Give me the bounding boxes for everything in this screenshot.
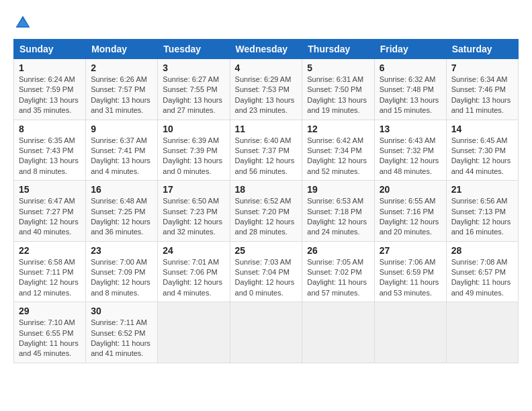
- week-row-1: 1 Sunrise: 6:24 AMSunset: 7:59 PMDayligh…: [14, 59, 519, 120]
- day-number: 4: [235, 62, 298, 73]
- day-cell: 19 Sunrise: 6:53 AMSunset: 7:18 PMDaylig…: [302, 181, 374, 242]
- day-number: 16: [91, 184, 152, 195]
- week-row-5: 29 Sunrise: 7:10 AMSunset: 6:55 PMDaylig…: [14, 302, 519, 363]
- day-cell: 4 Sunrise: 6:29 AMSunset: 7:53 PMDayligh…: [230, 59, 302, 120]
- week-row-4: 22 Sunrise: 6:58 AMSunset: 7:11 PMDaylig…: [14, 241, 519, 302]
- day-detail: Sunrise: 6:24 AMSunset: 7:59 PMDaylight:…: [19, 75, 81, 116]
- day-cell: 14 Sunrise: 6:45 AMSunset: 7:30 PMDaylig…: [446, 120, 518, 181]
- day-cell: 22 Sunrise: 6:58 AMSunset: 7:11 PMDaylig…: [14, 241, 86, 302]
- day-number: 27: [380, 245, 441, 256]
- day-detail: Sunrise: 6:35 AMSunset: 7:43 PMDaylight:…: [19, 136, 81, 177]
- day-detail: Sunrise: 6:42 AMSunset: 7:34 PMDaylight:…: [307, 136, 369, 177]
- day-detail: Sunrise: 7:00 AMSunset: 7:09 PMDaylight:…: [91, 257, 152, 299]
- day-cell: 5 Sunrise: 6:31 AMSunset: 7:50 PMDayligh…: [302, 59, 374, 120]
- day-number: 7: [451, 62, 513, 73]
- column-header-wednesday: Wednesday: [230, 40, 302, 59]
- day-detail: Sunrise: 7:08 AMSunset: 6:57 PMDaylight:…: [451, 257, 513, 299]
- day-detail: Sunrise: 6:52 AMSunset: 7:20 PMDaylight:…: [235, 196, 298, 238]
- day-detail: Sunrise: 6:32 AMSunset: 7:48 PMDaylight:…: [380, 75, 441, 116]
- day-detail: Sunrise: 6:37 AMSunset: 7:41 PMDaylight:…: [91, 136, 152, 177]
- day-detail: Sunrise: 6:26 AMSunset: 7:57 PMDaylight:…: [91, 75, 152, 116]
- day-detail: Sunrise: 7:01 AMSunset: 7:06 PMDaylight:…: [163, 257, 224, 299]
- day-number: 1: [19, 62, 81, 73]
- day-detail: Sunrise: 6:29 AMSunset: 7:53 PMDaylight:…: [235, 75, 298, 116]
- page-header: [13, 13, 519, 32]
- day-cell: 12 Sunrise: 6:42 AMSunset: 7:34 PMDaylig…: [302, 120, 374, 181]
- logo: [13, 13, 35, 32]
- day-number: 25: [235, 245, 298, 256]
- day-number: 18: [235, 184, 298, 195]
- day-number: 9: [91, 124, 152, 134]
- day-cell: 9 Sunrise: 6:37 AMSunset: 7:41 PMDayligh…: [86, 120, 158, 181]
- day-cell: [374, 302, 446, 363]
- column-header-monday: Monday: [86, 40, 158, 59]
- day-number: 2: [91, 62, 152, 73]
- day-cell: [158, 302, 230, 363]
- week-row-2: 8 Sunrise: 6:35 AMSunset: 7:43 PMDayligh…: [14, 120, 519, 181]
- day-detail: Sunrise: 6:27 AMSunset: 7:55 PMDaylight:…: [163, 75, 224, 116]
- day-number: 17: [163, 184, 224, 195]
- day-detail: Sunrise: 7:03 AMSunset: 7:04 PMDaylight:…: [235, 257, 298, 299]
- day-detail: Sunrise: 6:50 AMSunset: 7:23 PMDaylight:…: [163, 196, 224, 238]
- day-number: 11: [235, 124, 298, 134]
- day-number: 6: [380, 62, 441, 73]
- day-number: 28: [451, 245, 513, 256]
- day-cell: 23 Sunrise: 7:00 AMSunset: 7:09 PMDaylig…: [86, 241, 158, 302]
- day-number: 26: [307, 245, 369, 256]
- day-cell: 11 Sunrise: 6:40 AMSunset: 7:37 PMDaylig…: [230, 120, 302, 181]
- day-cell: 27 Sunrise: 7:06 AMSunset: 6:59 PMDaylig…: [374, 241, 446, 302]
- day-detail: Sunrise: 7:05 AMSunset: 7:02 PMDaylight:…: [307, 257, 369, 299]
- day-number: 8: [19, 124, 81, 134]
- day-detail: Sunrise: 6:34 AMSunset: 7:46 PMDaylight:…: [451, 75, 513, 116]
- day-number: 12: [307, 124, 369, 134]
- column-header-sunday: Sunday: [14, 40, 86, 59]
- day-detail: Sunrise: 6:56 AMSunset: 7:13 PMDaylight:…: [451, 196, 513, 238]
- day-detail: Sunrise: 6:45 AMSunset: 7:30 PMDaylight:…: [451, 136, 513, 177]
- day-detail: Sunrise: 7:11 AMSunset: 6:52 PMDaylight:…: [91, 318, 152, 359]
- day-cell: 1 Sunrise: 6:24 AMSunset: 7:59 PMDayligh…: [14, 59, 86, 120]
- day-cell: 13 Sunrise: 6:43 AMSunset: 7:32 PMDaylig…: [374, 120, 446, 181]
- column-header-tuesday: Tuesday: [158, 40, 230, 59]
- day-number: 20: [380, 184, 441, 195]
- day-cell: 30 Sunrise: 7:11 AMSunset: 6:52 PMDaylig…: [86, 302, 158, 363]
- day-cell: 17 Sunrise: 6:50 AMSunset: 7:23 PMDaylig…: [158, 181, 230, 242]
- day-number: 15: [19, 184, 81, 195]
- day-detail: Sunrise: 6:43 AMSunset: 7:32 PMDaylight:…: [380, 136, 441, 177]
- day-number: 21: [451, 184, 513, 195]
- day-cell: 8 Sunrise: 6:35 AMSunset: 7:43 PMDayligh…: [14, 120, 86, 181]
- column-header-saturday: Saturday: [446, 40, 518, 59]
- day-cell: 3 Sunrise: 6:27 AMSunset: 7:55 PMDayligh…: [158, 59, 230, 120]
- day-cell: 15 Sunrise: 6:47 AMSunset: 7:27 PMDaylig…: [14, 181, 86, 242]
- day-cell: 24 Sunrise: 7:01 AMSunset: 7:06 PMDaylig…: [158, 241, 230, 302]
- day-cell: [230, 302, 302, 363]
- day-detail: Sunrise: 6:53 AMSunset: 7:18 PMDaylight:…: [307, 196, 369, 238]
- day-detail: Sunrise: 7:10 AMSunset: 6:55 PMDaylight:…: [19, 318, 81, 359]
- day-detail: Sunrise: 7:06 AMSunset: 6:59 PMDaylight:…: [380, 257, 441, 299]
- day-detail: Sunrise: 6:48 AMSunset: 7:25 PMDaylight:…: [91, 196, 152, 238]
- day-cell: 26 Sunrise: 7:05 AMSunset: 7:02 PMDaylig…: [302, 241, 374, 302]
- day-number: 24: [163, 245, 224, 256]
- day-cell: 21 Sunrise: 6:56 AMSunset: 7:13 PMDaylig…: [446, 181, 518, 242]
- day-cell: 16 Sunrise: 6:48 AMSunset: 7:25 PMDaylig…: [86, 181, 158, 242]
- day-number: 22: [19, 245, 81, 256]
- day-detail: Sunrise: 6:55 AMSunset: 7:16 PMDaylight:…: [380, 196, 441, 238]
- day-cell: 6 Sunrise: 6:32 AMSunset: 7:48 PMDayligh…: [374, 59, 446, 120]
- column-header-thursday: Thursday: [302, 40, 374, 59]
- day-cell: 29 Sunrise: 7:10 AMSunset: 6:55 PMDaylig…: [14, 302, 86, 363]
- day-cell: 10 Sunrise: 6:39 AMSunset: 7:39 PMDaylig…: [158, 120, 230, 181]
- day-detail: Sunrise: 6:39 AMSunset: 7:39 PMDaylight:…: [163, 136, 224, 177]
- day-detail: Sunrise: 6:31 AMSunset: 7:50 PMDaylight:…: [307, 75, 369, 116]
- day-number: 13: [380, 124, 441, 134]
- logo-icon: [13, 13, 32, 32]
- day-number: 10: [163, 124, 224, 134]
- day-detail: Sunrise: 6:58 AMSunset: 7:11 PMDaylight:…: [19, 257, 81, 299]
- day-cell: 25 Sunrise: 7:03 AMSunset: 7:04 PMDaylig…: [230, 241, 302, 302]
- day-number: 23: [91, 245, 152, 256]
- day-number: 30: [91, 306, 152, 316]
- day-detail: Sunrise: 6:47 AMSunset: 7:27 PMDaylight:…: [19, 196, 81, 238]
- day-cell: 7 Sunrise: 6:34 AMSunset: 7:46 PMDayligh…: [446, 59, 518, 120]
- day-cell: [302, 302, 374, 363]
- day-detail: Sunrise: 6:40 AMSunset: 7:37 PMDaylight:…: [235, 136, 298, 177]
- day-number: 14: [451, 124, 513, 134]
- day-cell: 18 Sunrise: 6:52 AMSunset: 7:20 PMDaylig…: [230, 181, 302, 242]
